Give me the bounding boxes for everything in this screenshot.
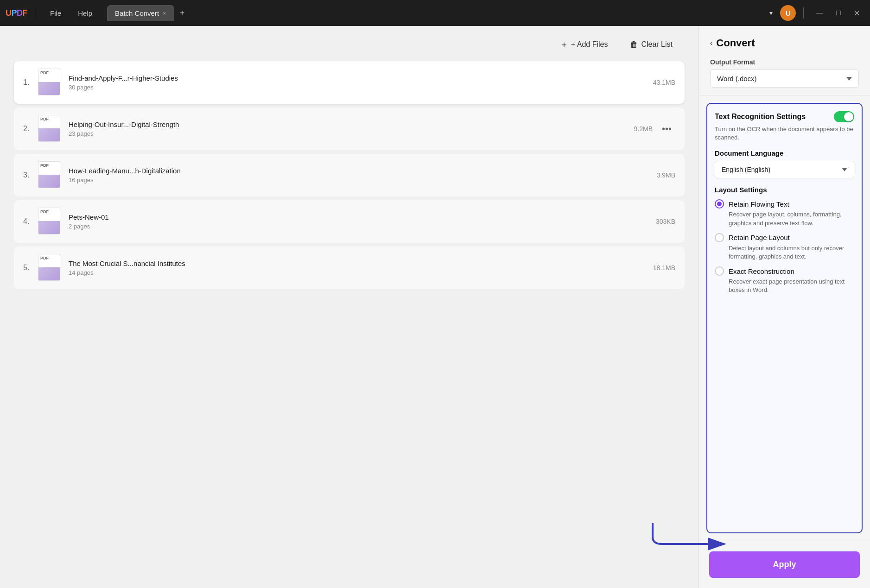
convert-title-row: ‹ Convert: [710, 37, 859, 49]
file-size: 3.9MB: [657, 171, 675, 179]
file-number: 3.: [23, 171, 38, 179]
main-area: ＋ + Add Files 🗑 Clear List 1. PDF Find: [0, 26, 870, 588]
layout-option-page: Retain Page Layout Detect layout and col…: [715, 233, 854, 261]
titlebar-right: ▾ U — □ ✕: [766, 5, 864, 21]
ocr-section-title: Text Recognition Settings: [715, 113, 806, 121]
file-number: 2.: [23, 125, 38, 133]
minimize-button[interactable]: —: [811, 7, 828, 19]
add-files-label: + Add Files: [571, 40, 608, 49]
clear-list-button[interactable]: 🗑 Clear List: [622, 36, 680, 53]
file-size: 18.1MB: [653, 264, 675, 272]
radio-row: Retain Page Layout: [715, 233, 854, 242]
add-files-button[interactable]: ＋ + Add Files: [552, 35, 616, 54]
app-logo: UPDF: [6, 8, 27, 18]
ocr-settings-row: Text Recognition Settings: [715, 111, 854, 122]
apply-button-area: Apply: [699, 541, 870, 588]
file-info: How-Leading-Manu...h-Digitalization 16 p…: [69, 167, 657, 183]
document-language-label: Document Language: [715, 149, 854, 157]
radio-button-page[interactable]: [715, 233, 724, 242]
file-name: Pets-New-01: [69, 213, 656, 221]
file-list-toolbar: ＋ + Add Files 🗑 Clear List: [0, 26, 699, 61]
user-avatar[interactable]: U: [780, 5, 796, 21]
file-list: 1. PDF Find-and-Apply-F...r-Higher-Studi…: [0, 61, 699, 588]
tab-add-button[interactable]: +: [176, 6, 189, 20]
titlebar-divider: [35, 7, 35, 19]
file-pages: 23 pages: [69, 130, 634, 137]
file-number: 4.: [23, 217, 38, 226]
file-size: 303KB: [656, 218, 675, 225]
back-button[interactable]: ‹: [710, 39, 712, 47]
file-icon: PDF: [38, 208, 62, 235]
maximize-button[interactable]: □: [832, 7, 845, 19]
list-item[interactable]: 3. PDF How-Leading-Manu...h-Digitalizati…: [14, 154, 685, 196]
file-menu[interactable]: File: [43, 6, 69, 20]
ocr-toggle[interactable]: [834, 111, 854, 122]
batch-convert-tab[interactable]: Batch Convert ×: [107, 5, 174, 21]
plus-icon: ＋: [560, 39, 568, 50]
file-name: How-Leading-Manu...h-Digitalization: [69, 167, 657, 175]
titlebar: UPDF File Help Batch Convert × + ▾ U — □…: [0, 0, 870, 26]
file-icon: PDF: [38, 115, 62, 143]
close-button[interactable]: ✕: [849, 7, 864, 19]
list-item[interactable]: 5. PDF The Most Crucial S...nancial Inst…: [14, 247, 685, 289]
format-select[interactable]: Word (.docx) Excel (.xlsx) PowerPoint (.…: [710, 70, 859, 88]
layout-option-exact: Exact Reconstruction Recover exact page …: [715, 266, 854, 294]
titlebar-dropdown[interactable]: ▾: [766, 7, 776, 19]
ocr-panel: Text Recognition Settings Turn on the OC…: [706, 103, 863, 533]
file-info: Helping-Out-Insur...-Digital-Strength 23…: [69, 120, 634, 137]
file-pages: 14 pages: [69, 269, 653, 276]
file-number: 5.: [23, 264, 38, 272]
titlebar-divider-2: [803, 7, 804, 19]
radio-label-flowing[interactable]: Retain Flowing Text: [729, 200, 789, 208]
right-panel: ‹ Convert Output Format Word (.docx) Exc…: [699, 26, 870, 588]
file-name: The Most Crucial S...nancial Institutes: [69, 259, 653, 267]
radio-button-exact[interactable]: [715, 266, 724, 276]
file-pages: 30 pages: [69, 84, 653, 91]
clear-list-label: Clear List: [641, 40, 673, 49]
radio-desc-exact: Recover exact page presentation using te…: [729, 278, 854, 294]
file-icon: PDF: [38, 254, 62, 282]
file-pages: 2 pages: [69, 223, 656, 230]
radio-desc-page: Detect layout and columns but only recov…: [729, 244, 854, 261]
file-list-panel: ＋ + Add Files 🗑 Clear List 1. PDF Find: [0, 26, 699, 588]
file-info: The Most Crucial S...nancial Institutes …: [69, 259, 653, 276]
list-item[interactable]: 4. PDF Pets-New-01 2 pages 303KB: [14, 200, 685, 243]
list-item[interactable]: 2. PDF Helping-Out-Insur...-Digital-Stre…: [14, 107, 685, 150]
toggle-knob: [844, 112, 853, 121]
radio-desc-flowing: Recover page layout, columns, formatting…: [729, 210, 854, 227]
file-pages: 16 pages: [69, 177, 657, 183]
file-size: 9.2MB: [634, 125, 653, 133]
right-panel-header: ‹ Convert Output Format Word (.docx) Exc…: [699, 26, 870, 95]
apply-button[interactable]: Apply: [709, 551, 860, 578]
tab-area: Batch Convert × +: [107, 5, 188, 21]
tab-close-icon[interactable]: ×: [163, 10, 166, 17]
radio-label-page[interactable]: Retain Page Layout: [729, 234, 790, 241]
language-select[interactable]: English (English) Chinese (Simplified) C…: [715, 161, 854, 178]
layout-option-flowing: Retain Flowing Text Recover page layout,…: [715, 199, 854, 227]
convert-title: Convert: [716, 37, 755, 49]
radio-label-exact[interactable]: Exact Reconstruction: [729, 267, 794, 275]
help-menu[interactable]: Help: [70, 6, 100, 20]
file-icon: PDF: [38, 161, 62, 189]
file-name: Find-and-Apply-F...r-Higher-Studies: [69, 74, 653, 82]
titlebar-nav: File Help: [43, 6, 100, 20]
file-info: Pets-New-01 2 pages: [69, 213, 656, 230]
output-format-label: Output Format: [710, 58, 859, 66]
radio-row: Exact Reconstruction: [715, 266, 854, 276]
ocr-description: Turn on the OCR when the document appear…: [715, 125, 854, 142]
radio-button-flowing[interactable]: [715, 199, 724, 209]
file-name: Helping-Out-Insur...-Digital-Strength: [69, 120, 634, 128]
layout-settings-label: Layout Settings: [715, 186, 854, 194]
file-context-menu-button[interactable]: •••: [658, 122, 675, 136]
trash-icon: 🗑: [630, 40, 638, 50]
tab-label: Batch Convert: [115, 9, 159, 17]
file-size: 43.1MB: [653, 79, 675, 86]
radio-row: Retain Flowing Text: [715, 199, 854, 209]
file-number: 1.: [23, 78, 38, 87]
file-info: Find-and-Apply-F...r-Higher-Studies 30 p…: [69, 74, 653, 91]
list-item[interactable]: 1. PDF Find-and-Apply-F...r-Higher-Studi…: [14, 61, 685, 104]
file-icon: PDF: [38, 69, 62, 96]
